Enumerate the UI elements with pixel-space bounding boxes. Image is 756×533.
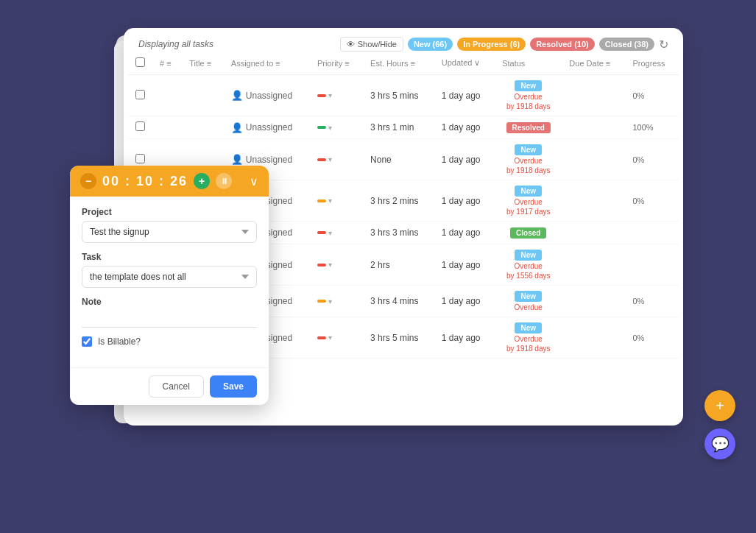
row-due-date [562,286,625,317]
row-progress: 0% [625,75,679,116]
row-priority: ▾ [310,222,363,244]
timer-body: Project Test the signup Task the templat… [70,197,269,367]
priority-arrow[interactable]: ▾ [328,297,332,306]
row-checkbox[interactable] [135,90,145,99]
priority-arrow[interactable]: ▾ [328,197,332,205]
row-due-date [562,180,625,222]
row-status: New Overdue by 1917 days [495,180,562,222]
timer-display: 00 : 10 : 26 [102,174,188,189]
row-due-date [562,116,625,139]
row-est-hours: 3 hrs 5 mins [363,317,434,359]
chevron-down-icon[interactable]: ∨ [250,174,258,188]
row-status: New Overdue by 1918 days [495,139,562,180]
row-progress: 0% [625,286,679,317]
badge-closed[interactable]: Closed (38) [599,38,654,51]
row-priority: ▾ [310,180,363,222]
assigned-name: Unassigned [246,155,292,165]
billable-label: Is Billable? [98,336,141,347]
row-status: New Overdue [495,286,562,317]
refresh-button[interactable]: ↻ [659,38,668,52]
timer-controls: − 00 : 10 : 26 + ⏸ [80,173,232,189]
add-fab-button[interactable]: + [704,390,735,421]
row-priority: ▾ [310,139,363,180]
row-priority: ▾ [310,75,363,116]
row-number [152,116,182,139]
status-tag: New [515,186,542,197]
priority-arrow[interactable]: ▾ [328,261,332,269]
panel-header: Displaying all tasks 👁 Show/Hide New (66… [124,28,683,52]
row-est-hours: 2 hrs [363,244,434,286]
row-assigned: 👤 Unassigned [224,75,310,116]
col-assigned: Assigned to ≡ [224,52,310,75]
task-label: Task [82,252,257,262]
displaying-label: Displaying all tasks [138,39,213,49]
row-assigned: 👤 Unassigned [224,116,310,139]
row-est-hours: 3 hrs 2 mins [363,180,434,222]
timer-popup: − 00 : 10 : 26 + ⏸ ∨ Project Test the si… [70,166,269,405]
row-checkbox[interactable] [135,121,145,131]
priority-arrow[interactable]: ▾ [328,155,332,163]
row-checkbox[interactable] [135,154,145,163]
priority-indicator [317,300,326,303]
save-button[interactable]: Save [210,375,257,398]
project-label: Project [82,207,257,217]
note-input[interactable] [82,311,257,328]
timer-add-button[interactable]: + [194,173,210,189]
row-updated: 1 day ago [434,180,495,222]
row-priority: ▾ [310,244,363,286]
row-updated: 1 day ago [434,244,495,286]
priority-arrow[interactable]: ▾ [328,333,332,342]
cancel-button[interactable]: Cancel [149,375,204,398]
priority-indicator [317,126,326,129]
overdue-days: by 1556 days [506,272,551,280]
row-status: New Overdue by 1556 days [495,244,562,286]
overdue-text: Overdue [515,157,543,165]
status-tag: New [515,250,542,261]
priority-indicator [317,231,326,234]
user-icon: 👤 [231,122,243,133]
priority-indicator [317,94,326,97]
timer-pause-button[interactable]: ⏸ [216,173,232,189]
row-updated: 1 day ago [434,116,495,139]
priority-arrow[interactable]: ▾ [328,124,332,132]
row-status: Closed [495,222,562,244]
status-tag: New [515,291,542,302]
show-hide-label: Show/Hide [358,40,397,49]
row-title [182,75,223,116]
col-priority: Priority ≡ [310,52,363,75]
task-select[interactable]: the template does not all [82,266,257,288]
badge-resolved[interactable]: Resolved (10) [530,38,595,51]
chat-fab-button[interactable]: 💬 [704,428,735,459]
show-hide-button[interactable]: 👁 Show/Hide [340,37,403,52]
row-progress: 0% [625,317,679,359]
billable-row: Is Billable? [82,336,257,347]
note-label: Note [82,297,257,307]
assigned-name: Unassigned [246,91,292,101]
priority-arrow[interactable]: ▾ [328,91,332,99]
row-progress: 0% [625,139,679,180]
badge-new[interactable]: New (66) [408,38,453,51]
col-est-hours: Est. Hours ≡ [363,52,434,75]
timer-header: − 00 : 10 : 26 + ⏸ ∨ [70,166,269,197]
table-header-row: # ≡ Title ≡ Assigned to ≡ Priority ≡ Est… [128,52,679,75]
row-est-hours: 3 hrs 4 mins [363,286,434,317]
priority-indicator [317,264,326,266]
row-est-hours: 3 hrs 1 min [363,116,434,139]
billable-checkbox[interactable] [82,336,92,347]
row-updated: 1 day ago [434,75,495,116]
overdue-days: by 1918 days [506,166,551,174]
col-progress: Progress [625,52,679,75]
select-all-checkbox[interactable] [135,57,145,67]
row-est-hours: 3 hrs 3 mins [363,222,434,244]
row-updated: 1 day ago [434,222,495,244]
timer-minus-button[interactable]: − [80,173,96,189]
badge-inprogress[interactable]: In Progress (6) [457,38,526,51]
project-select[interactable]: Test the signup [82,221,257,243]
overdue-text: Overdue [515,335,543,343]
status-tag: New [515,144,542,155]
col-status: Status [495,52,562,75]
row-est-hours: None [363,139,434,180]
status-tag: Resolved [506,122,551,133]
priority-arrow[interactable]: ▾ [328,229,332,237]
row-status: New Overdue by 1918 days [495,75,562,116]
